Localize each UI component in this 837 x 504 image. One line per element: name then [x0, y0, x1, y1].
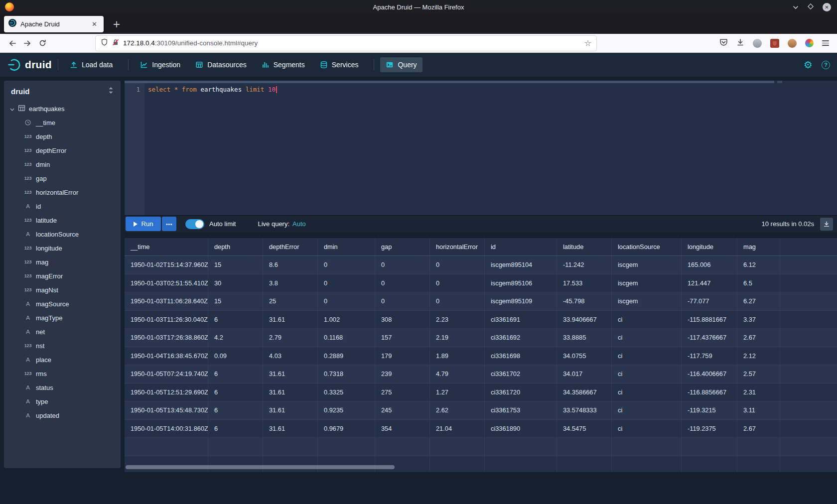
table-cell[interactable]: 1.27	[430, 383, 485, 401]
sidebar-column-item[interactable]: 123horizontalError	[4, 185, 121, 199]
table-cell[interactable]: 0.9235	[318, 401, 375, 419]
more-options-button[interactable]: •••	[162, 217, 176, 231]
url-bar[interactable]: 172.18.0.4:30109/unified-console.html#qu…	[96, 36, 596, 51]
table-cell[interactable]: 0	[318, 292, 375, 310]
table-cell[interactable]: 0	[318, 256, 375, 274]
table-cell[interactable]: 0	[318, 274, 375, 292]
column-header[interactable]: longitude	[682, 238, 737, 255]
sidebar-column-item[interactable]: Atype	[4, 394, 121, 408]
datasource-item[interactable]: earthquakes	[4, 102, 121, 116]
nav-services[interactable]: Services	[314, 57, 364, 72]
table-cell[interactable]: 0.3325	[318, 383, 375, 401]
column-header[interactable]: horizontalError	[430, 238, 485, 255]
settings-gear-icon[interactable]: ⚙	[804, 60, 813, 70]
table-cell[interactable]: 165.006	[682, 256, 737, 274]
table-cell[interactable]: 17.533	[557, 274, 612, 292]
table-cell[interactable]: 0	[430, 292, 485, 310]
column-header[interactable]: gap	[375, 238, 430, 255]
sidebar-column-item[interactable]: 123longitude	[4, 241, 121, 255]
sidebar-column-item[interactable]: Anet	[4, 325, 121, 339]
bookmark-star-icon[interactable]: ☆	[584, 38, 591, 48]
column-header[interactable]: id	[485, 238, 557, 255]
table-cell[interactable]: iscgem895104	[485, 256, 557, 274]
table-cell[interactable]: 1950-01-03T11:26:30.040Z	[125, 311, 208, 329]
table-cell[interactable]: 6	[208, 383, 263, 401]
sidebar-column-item[interactable]: 123magNst	[4, 283, 121, 297]
table-cell[interactable]: 3.37	[737, 311, 780, 329]
table-cell[interactable]: ci	[612, 401, 682, 419]
sql-editor[interactable]: 1 select * from earthquakes limit 10	[125, 81, 837, 215]
column-header[interactable]: latitude	[557, 238, 612, 255]
table-cell[interactable]: 2.67	[737, 420, 780, 438]
tracking-shield-icon[interactable]	[101, 38, 108, 48]
table-cell[interactable]: -116.8856667	[682, 383, 737, 401]
new-tab-button[interactable]: +	[110, 18, 124, 29]
table-cell[interactable]: -119.2375	[682, 420, 737, 438]
sidebar-column-item[interactable]: 123nst	[4, 339, 121, 353]
table-cell[interactable]: 6	[208, 420, 263, 438]
sidebar-column-item[interactable]: 123depth	[4, 129, 121, 143]
table-cell[interactable]: 6	[208, 311, 263, 329]
table-cell[interactable]: 2.57	[737, 365, 780, 383]
table-cell[interactable]: 2.12	[737, 347, 780, 365]
table-cell[interactable]: 33.9406667	[557, 311, 612, 329]
table-cell[interactable]: 1950-01-02T15:14:37.960Z	[125, 256, 208, 274]
table-cell[interactable]: 6.12	[737, 256, 780, 274]
column-header[interactable]: depthError	[263, 238, 318, 255]
table-cell[interactable]: 1950-01-05T13:45:48.730Z	[125, 401, 208, 419]
sidebar-column-item[interactable]: __time	[4, 116, 121, 129]
live-query-value[interactable]: Auto	[292, 220, 306, 228]
ublock-extension-icon[interactable]	[770, 39, 779, 48]
table-cell[interactable]: 179	[375, 347, 430, 365]
table-cell[interactable]: 275	[375, 383, 430, 401]
table-cell[interactable]: 6	[208, 365, 263, 383]
code-area[interactable]: select * from earthquakes limit 10	[144, 81, 837, 215]
pocket-icon[interactable]	[719, 38, 728, 48]
table-cell[interactable]: -11.242	[557, 256, 612, 274]
table-cell[interactable]: 2.62	[430, 401, 485, 419]
column-header[interactable]: mag	[737, 238, 780, 255]
table-cell[interactable]: 0	[375, 274, 430, 292]
sidebar-column-item[interactable]: 123gap	[4, 171, 121, 185]
account-icon[interactable]	[753, 39, 762, 48]
editor-scrollbar[interactable]	[125, 81, 774, 83]
table-cell[interactable]: 1950-01-03T02:51:55.410Z	[125, 274, 208, 292]
sidebar-column-item[interactable]: 123mag	[4, 255, 121, 269]
table-cell[interactable]: ci	[612, 311, 682, 329]
nav-query[interactable]: Query	[380, 57, 422, 72]
table-cell[interactable]: 1.002	[318, 311, 375, 329]
table-cell[interactable]: 33.8885	[557, 329, 612, 347]
table-cell[interactable]: ci	[612, 383, 682, 401]
table-cell[interactable]: 6.27	[737, 292, 780, 310]
back-button[interactable]	[5, 36, 20, 51]
table-cell[interactable]: 15	[208, 256, 263, 274]
table-cell[interactable]: ci3361702	[485, 365, 557, 383]
sidebar-column-item[interactable]: Aupdated	[4, 408, 121, 422]
table-cell[interactable]: -119.3215	[682, 401, 737, 419]
sidebar-column-item[interactable]: Aplace	[4, 353, 121, 367]
profile-extension-icon[interactable]	[788, 39, 797, 48]
table-cell[interactable]: 2.79	[263, 329, 318, 347]
sidebar-column-item[interactable]: AmagType	[4, 311, 121, 325]
window-shade-button[interactable]	[793, 2, 799, 11]
run-button[interactable]: Run	[126, 217, 161, 231]
nav-datasources[interactable]: Datasources	[190, 57, 252, 72]
table-cell[interactable]: 239	[375, 365, 430, 383]
table-cell[interactable]: iscgem895106	[485, 274, 557, 292]
table-cell[interactable]: 30	[208, 274, 263, 292]
tab-close-icon[interactable]: ✕	[90, 19, 99, 29]
table-cell[interactable]: -117.4376667	[682, 329, 737, 347]
table-cell[interactable]: 2.19	[430, 329, 485, 347]
table-cell[interactable]: 1950-01-03T11:06:28.640Z	[125, 292, 208, 310]
column-header[interactable]: __time	[125, 238, 208, 255]
table-cell[interactable]: 34.3586667	[557, 383, 612, 401]
download-results-button[interactable]	[820, 218, 833, 231]
nav-segments[interactable]: Segments	[256, 57, 310, 72]
table-cell[interactable]: 4.79	[430, 365, 485, 383]
table-cell[interactable]: 0.09	[208, 347, 263, 365]
table-cell[interactable]: 34.017	[557, 365, 612, 383]
table-cell[interactable]: ci	[612, 347, 682, 365]
table-cell[interactable]: ci	[612, 420, 682, 438]
table-cell[interactable]: 0	[430, 274, 485, 292]
sidebar-column-item[interactable]: AlocationSource	[4, 227, 121, 241]
